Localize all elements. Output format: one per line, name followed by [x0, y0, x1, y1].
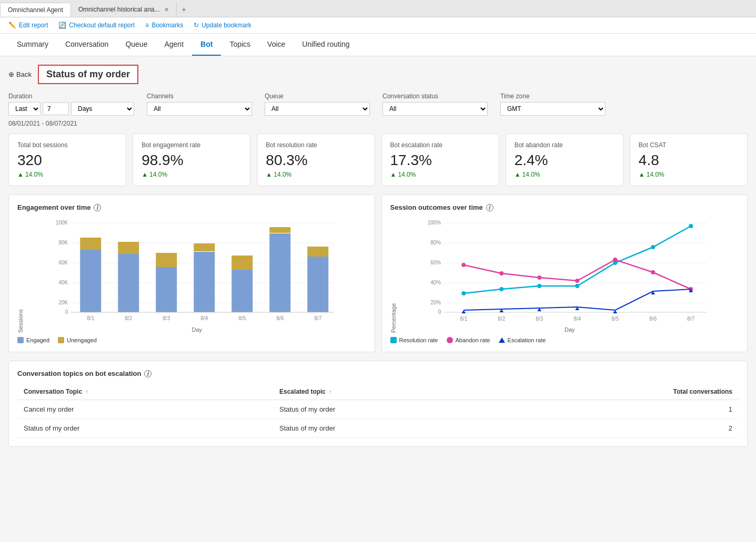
browser-tabs: Omnichannel Agent Omnichannel historical…: [0, 0, 756, 17]
sort-topic-icon[interactable]: ↑: [85, 389, 88, 395]
svg-rect-23: [269, 227, 290, 233]
timezone-select[interactable]: GMT: [500, 102, 606, 116]
svg-text:8/3: 8/3: [163, 315, 170, 321]
tab-omnichannel-agent[interactable]: Omnichannel Agent: [0, 3, 71, 17]
legend-engaged-color: [17, 337, 24, 343]
svg-text:8/3: 8/3: [536, 316, 543, 322]
edit-report-button[interactable]: ✏️ Edit report: [8, 22, 48, 29]
nav-tab-voice[interactable]: Voice: [259, 34, 294, 56]
row-total-1: 2: [500, 419, 739, 438]
session-legend: Resolution rate Abandon rate Escalation …: [390, 337, 739, 343]
trend-arrow-5: ▲: [639, 171, 645, 178]
date-range: 08/01/2021 - 08/07/2021: [8, 120, 748, 127]
sort-escalated-icon[interactable]: ↑: [329, 389, 331, 395]
svg-text:100%: 100%: [427, 220, 441, 226]
nav-tab-summary[interactable]: Summary: [8, 34, 57, 56]
svg-text:8/7: 8/7: [687, 316, 694, 322]
conv-status-select[interactable]: All: [382, 102, 488, 116]
kpi-trend-4: ▲ 14.0%: [515, 171, 614, 178]
duration-unit-select[interactable]: Days: [71, 102, 134, 116]
checkout-button[interactable]: 🔄 Checkout default report: [58, 22, 135, 29]
duration-filter: Duration Last Days: [8, 93, 134, 116]
kpi-cards-row: Total bot sessions 320 ▲ 14.0% Bot engag…: [8, 134, 748, 186]
svg-text:0: 0: [65, 309, 68, 315]
conv-topics-section: Conversation topics on bot escalation i …: [8, 361, 748, 447]
engagement-info-icon[interactable]: i: [94, 204, 101, 211]
svg-point-46: [461, 291, 466, 295]
nav-tab-conversation[interactable]: Conversation: [57, 34, 117, 56]
nav-tab-unified-routing[interactable]: Unified routing: [294, 34, 358, 56]
tab-close-icon[interactable]: ✕: [164, 6, 169, 13]
svg-marker-64: [613, 310, 617, 313]
svg-rect-25: [307, 247, 328, 257]
kpi-value-0: 320: [17, 152, 117, 169]
svg-point-58: [651, 270, 655, 274]
kpi-label-4: Bot abandon rate: [515, 141, 614, 149]
kpi-trend-5: ▲ 14.0%: [639, 171, 739, 178]
svg-text:80K: 80K: [58, 240, 68, 246]
kpi-trend-1: ▲ 14.0%: [142, 171, 241, 178]
svg-text:20K: 20K: [58, 300, 68, 305]
refresh-icon: ↻: [194, 22, 199, 29]
svg-point-53: [461, 263, 466, 267]
svg-text:80%: 80%: [430, 240, 441, 246]
engagement-bar-chart: 100K 80K 60K 40K 20K 0: [28, 218, 366, 323]
nav-tab-bot[interactable]: Bot: [192, 34, 221, 56]
session-outcomes-info-icon[interactable]: i: [486, 204, 493, 211]
tab-omnichannel-historical[interactable]: Omnichannel historical ana... ✕: [71, 3, 177, 16]
duration-value-input[interactable]: [43, 103, 69, 115]
svg-text:8/2: 8/2: [498, 316, 505, 322]
conv-topics-table: Conversation Topic ↑ Escalated topic ↑ T…: [17, 384, 739, 438]
bookmarks-button[interactable]: ≡ Bookmarks: [145, 22, 183, 29]
channels-select[interactable]: All: [147, 102, 252, 116]
trend-arrow-3: ▲: [390, 171, 397, 178]
svg-point-48: [537, 284, 541, 288]
checkout-icon: 🔄: [58, 22, 66, 29]
kpi-card-5: Bot CSAT 4.8 ▲ 14.0%: [630, 134, 748, 186]
update-bookmark-button[interactable]: ↻ Update bookmark: [194, 22, 251, 29]
tab-add-button[interactable]: +: [177, 2, 191, 17]
back-button[interactable]: ⊕ Back: [8, 70, 32, 78]
svg-rect-21: [231, 255, 253, 270]
legend-escalation: Escalation rate: [499, 337, 546, 343]
kpi-trend-0: ▲ 14.0%: [17, 171, 117, 178]
nav-tab-agent[interactable]: Agent: [156, 34, 192, 56]
legend-escalation-color: [499, 338, 505, 343]
svg-rect-13: [80, 238, 101, 250]
kpi-value-2: 80.3%: [266, 152, 366, 169]
nav-tab-topics[interactable]: Topics: [221, 34, 259, 56]
queue-select[interactable]: All: [265, 102, 370, 116]
kpi-trend-3: ▲ 14.0%: [390, 171, 490, 178]
conv-topics-title: Conversation topics on bot escalation i: [17, 370, 739, 377]
main-content: ⊕ Back Status of my order Duration Last …: [0, 56, 756, 542]
row-topic-1: Status of my order: [17, 419, 273, 438]
edit-icon: ✏️: [8, 22, 16, 29]
svg-text:8/1: 8/1: [460, 316, 467, 322]
svg-text:60K: 60K: [58, 260, 68, 265]
kpi-value-5: 4.8: [639, 152, 739, 169]
svg-text:8/4: 8/4: [200, 315, 208, 321]
kpi-label-0: Total bot sessions: [17, 141, 117, 149]
kpi-trend-2: ▲ 14.0%: [266, 171, 366, 178]
table-row: Status of my order Status of my order 2: [17, 419, 739, 438]
queue-filter: Queue All: [265, 93, 370, 116]
duration-option-select[interactable]: Last: [8, 102, 41, 116]
svg-text:8/6: 8/6: [276, 315, 284, 321]
conv-topics-info-icon[interactable]: i: [144, 370, 152, 377]
toolbar: ✏️ Edit report 🔄 Checkout default report…: [0, 17, 756, 34]
channels-filter: Channels All: [147, 93, 252, 116]
bookmarks-icon: ≡: [145, 22, 149, 29]
nav-tab-queue[interactable]: Queue: [117, 34, 156, 56]
col-header-total: Total conversations: [500, 384, 739, 400]
engagement-chart-card: Engagement over time i Sessions 10: [8, 195, 375, 352]
session-y-label: Percentage: [390, 218, 397, 333]
svg-rect-15: [118, 242, 139, 254]
col-header-escalated[interactable]: Escalated topic ↑: [273, 384, 500, 400]
session-outcomes-chart-card: Session outcomes over time i Percentage: [381, 195, 748, 352]
table-row: Cancel my order Status of my order 1: [17, 400, 739, 419]
svg-text:20%: 20%: [430, 300, 441, 305]
svg-point-47: [499, 287, 503, 291]
col-header-topic[interactable]: Conversation Topic ↑: [17, 384, 273, 400]
svg-text:8/5: 8/5: [611, 316, 619, 322]
legend-resolution-color: [390, 337, 397, 343]
